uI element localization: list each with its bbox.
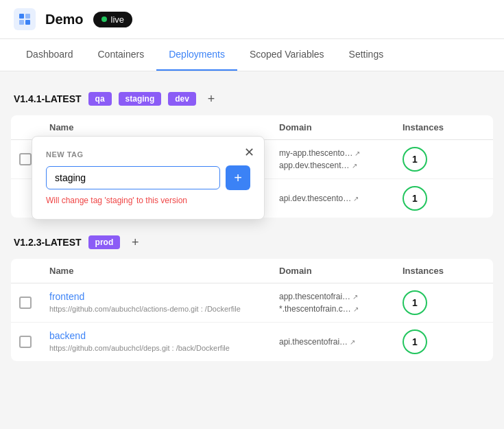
- instance-badge: 1: [403, 329, 427, 354]
- external-icon: ↗: [355, 150, 360, 157]
- domain-cell-v2-1: app.thescentofrai… ↗ *.thescentofrain.c……: [279, 292, 403, 314]
- instance-cell-v2-1: 1: [403, 290, 485, 315]
- version-section-v2: V1.2.3-LATEST prod + Name Domain Instanc…: [11, 226, 493, 361]
- version-label-v2: V1.2.3-LATEST: [14, 237, 82, 248]
- add-tag-button-v2[interactable]: +: [127, 234, 143, 251]
- tag-qa[interactable]: qa: [88, 92, 112, 106]
- row-checkbox[interactable]: [19, 336, 32, 348]
- tag-dev[interactable]: dev: [168, 92, 196, 106]
- live-dot: [101, 16, 107, 22]
- frontend-link-v2[interactable]: frontend: [49, 291, 84, 302]
- col-name-v1: Name: [49, 122, 279, 132]
- col-domain-v2: Domain: [279, 266, 403, 276]
- svg-rect-3: [25, 20, 30, 25]
- popup-content: ✕ NEW TAG + Will change tag 'staging' to…: [32, 136, 265, 220]
- popup-input-row: +: [46, 165, 250, 190]
- row-sub-backend-v2: https://github.com/aubuchcl/deps.git : /…: [49, 343, 279, 353]
- instance-badge: 1: [403, 147, 427, 172]
- svg-rect-2: [19, 20, 24, 25]
- instance-cell-v1-1: 1: [403, 147, 485, 172]
- domain-link-5[interactable]: *.thescentofrain.c… ↗: [279, 304, 403, 314]
- row-name-frontend-v2: frontend https://github.com/aubuchcl/act…: [49, 290, 279, 314]
- row-sub-frontend-v2: https://github.com/aubuchcl/actions-demo…: [49, 304, 279, 314]
- add-tag-button-v1[interactable]: +: [203, 91, 219, 107]
- table-header-v2: Name Domain Instances: [11, 259, 493, 283]
- instance-badge: 1: [403, 290, 427, 315]
- row-checkbox[interactable]: [19, 153, 32, 165]
- main-content: V1.4.1-LATEST qa staging dev + Name Doma…: [0, 71, 504, 380]
- header: Demo live: [0, 0, 504, 39]
- row-checkbox[interactable]: [19, 297, 32, 309]
- external-icon: ↗: [353, 305, 359, 313]
- domain-cell-v1-1: my-app.thescento… ↗ app.dev.thescent… ↗: [279, 148, 403, 170]
- col-domain-v1: Domain: [279, 122, 403, 132]
- new-tag-input[interactable]: [46, 166, 220, 189]
- domain-link-6[interactable]: api.thescentofrai… ↗: [279, 337, 403, 347]
- domain-cell-v1-2: api.dev.thescento… ↗: [279, 194, 403, 203]
- new-tag-popup: ✕ NEW TAG + Will change tag 'staging' to…: [32, 136, 265, 220]
- live-label: live: [111, 14, 125, 25]
- app-icon: [14, 8, 36, 30]
- version-label-v1: V1.4.1-LATEST: [14, 93, 82, 104]
- live-badge: live: [93, 12, 133, 27]
- external-icon: ↗: [350, 338, 355, 346]
- tab-dashboard[interactable]: Dashboard: [14, 39, 86, 71]
- popup-warning: Will change tag 'staging' to this versio…: [46, 196, 250, 205]
- domain-link-4[interactable]: app.thescentofrai… ↗: [279, 292, 403, 301]
- domain-link-2[interactable]: app.dev.thescent… ↗: [279, 161, 403, 170]
- domain-cell-v2-2: api.thescentofrai… ↗: [279, 337, 403, 347]
- tab-scoped-variables[interactable]: Scoped Variables: [237, 39, 337, 71]
- row-name-backend-v2: backend https://github.com/aubuchcl/deps…: [49, 329, 279, 353]
- external-icon: ↗: [352, 293, 358, 301]
- tab-containers[interactable]: Containers: [86, 39, 157, 71]
- tag-prod[interactable]: prod: [88, 235, 121, 249]
- tab-deployments[interactable]: Deployments: [156, 39, 237, 71]
- col-instances-v1: Instances: [403, 122, 485, 132]
- table-row: backend https://github.com/aubuchcl/deps…: [11, 323, 493, 361]
- version-header-v2: V1.2.3-LATEST prod +: [11, 226, 493, 259]
- col-instances-v2: Instances: [403, 266, 485, 276]
- tab-settings[interactable]: Settings: [337, 39, 396, 71]
- nav-tabs: Dashboard Containers Deployments Scoped …: [0, 39, 504, 71]
- domain-link-3[interactable]: api.dev.thescento… ↗: [279, 194, 403, 203]
- instance-cell-v2-2: 1: [403, 329, 485, 354]
- external-icon: ↗: [353, 195, 359, 202]
- table-v1: Name Domain Instances frontend my-app.th…: [11, 115, 493, 218]
- instance-badge: 1: [403, 186, 427, 211]
- version-section-v1: V1.4.1-LATEST qa staging dev + Name Doma…: [11, 82, 493, 218]
- domain-link-1[interactable]: my-app.thescento… ↗: [279, 148, 403, 158]
- table-v2: Name Domain Instances frontend https://g…: [11, 259, 493, 361]
- popup-add-button[interactable]: +: [226, 165, 250, 190]
- svg-rect-0: [19, 14, 24, 19]
- svg-rect-1: [25, 14, 30, 19]
- app-title: Demo: [45, 12, 84, 27]
- popup-close-button[interactable]: ✕: [244, 145, 254, 160]
- backend-link-v2[interactable]: backend: [49, 330, 86, 341]
- table-row: frontend https://github.com/aubuchcl/act…: [11, 283, 493, 323]
- external-icon: ↗: [352, 162, 357, 170]
- tag-staging[interactable]: staging: [119, 92, 162, 106]
- version-header-v1: V1.4.1-LATEST qa staging dev +: [11, 82, 493, 115]
- popup-label: NEW TAG: [46, 150, 250, 159]
- instance-cell-v1-2: 1: [403, 186, 485, 211]
- col-name-v2: Name: [49, 266, 279, 276]
